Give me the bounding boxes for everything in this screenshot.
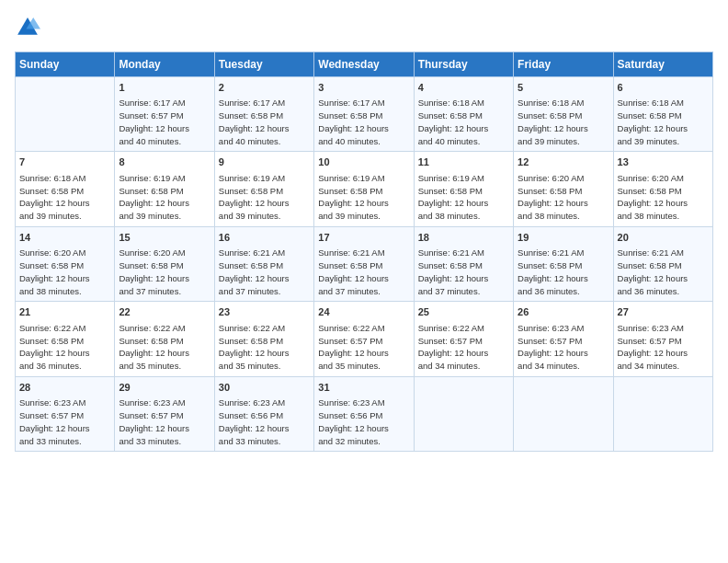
day-number: 25: [418, 305, 509, 319]
day-info: Sunrise: 6:23 AMSunset: 6:57 PMDaylight:…: [19, 396, 110, 447]
calendar-cell: 9Sunrise: 6:19 AMSunset: 6:58 PMDaylight…: [214, 152, 313, 226]
day-info: Sunrise: 6:19 AMSunset: 6:58 PMDaylight:…: [318, 172, 409, 223]
calendar-cell: 21Sunrise: 6:22 AMSunset: 6:58 PMDayligh…: [16, 302, 115, 376]
day-number: 18: [418, 231, 509, 245]
day-number: 13: [618, 155, 709, 169]
day-header-saturday: Saturday: [613, 52, 712, 77]
logo: [15, 15, 44, 40]
calendar-cell: 15Sunrise: 6:20 AMSunset: 6:58 PMDayligh…: [115, 226, 214, 301]
calendar-table: SundayMondayTuesdayWednesdayThursdayFrid…: [15, 52, 713, 452]
calendar-cell: 11Sunrise: 6:19 AMSunset: 6:58 PMDayligh…: [414, 152, 513, 226]
day-info: Sunrise: 6:20 AMSunset: 6:58 PMDaylight:…: [518, 172, 609, 223]
day-info: Sunrise: 6:21 AMSunset: 6:58 PMDaylight:…: [418, 247, 509, 297]
day-number: 26: [518, 305, 609, 319]
day-info: Sunrise: 6:19 AMSunset: 6:58 PMDaylight:…: [219, 172, 310, 223]
day-header-tuesday: Tuesday: [214, 52, 313, 77]
calendar-cell: 1Sunrise: 6:17 AMSunset: 6:57 PMDaylight…: [115, 77, 214, 152]
calendar-week-row: 1Sunrise: 6:17 AMSunset: 6:57 PMDaylight…: [16, 77, 713, 152]
day-info: Sunrise: 6:18 AMSunset: 6:58 PMDaylight:…: [19, 172, 110, 223]
calendar-cell: 23Sunrise: 6:22 AMSunset: 6:58 PMDayligh…: [214, 302, 313, 376]
calendar-cell: 26Sunrise: 6:23 AMSunset: 6:57 PMDayligh…: [514, 302, 613, 376]
day-info: Sunrise: 6:19 AMSunset: 6:58 PMDaylight:…: [119, 172, 210, 223]
calendar-cell: 20Sunrise: 6:21 AMSunset: 6:58 PMDayligh…: [613, 226, 712, 301]
day-info: Sunrise: 6:23 AMSunset: 6:56 PMDaylight:…: [318, 396, 409, 447]
day-number: 1: [119, 81, 210, 95]
day-number: 29: [119, 381, 210, 395]
calendar-cell: 16Sunrise: 6:21 AMSunset: 6:58 PMDayligh…: [214, 226, 313, 301]
calendar-cell: 5Sunrise: 6:18 AMSunset: 6:58 PMDaylight…: [514, 77, 613, 152]
calendar-cell: 7Sunrise: 6:18 AMSunset: 6:58 PMDaylight…: [16, 152, 115, 226]
day-number: 8: [119, 155, 210, 169]
calendar-cell: 14Sunrise: 6:20 AMSunset: 6:58 PMDayligh…: [16, 226, 115, 301]
calendar-cell: 24Sunrise: 6:22 AMSunset: 6:57 PMDayligh…: [314, 302, 414, 376]
day-number: 31: [318, 381, 409, 395]
day-info: Sunrise: 6:20 AMSunset: 6:58 PMDaylight:…: [119, 247, 210, 297]
day-number: 15: [119, 231, 210, 245]
day-number: 7: [19, 155, 110, 169]
day-number: 17: [318, 231, 409, 245]
day-number: 21: [19, 305, 110, 319]
day-number: 23: [219, 305, 310, 319]
day-number: 12: [518, 155, 609, 169]
day-number: 5: [518, 81, 609, 95]
day-info: Sunrise: 6:18 AMSunset: 6:58 PMDaylight:…: [418, 97, 509, 147]
calendar-cell: 2Sunrise: 6:17 AMSunset: 6:58 PMDaylight…: [214, 77, 313, 152]
calendar-week-row: 14Sunrise: 6:20 AMSunset: 6:58 PMDayligh…: [16, 226, 713, 301]
day-info: Sunrise: 6:20 AMSunset: 6:58 PMDaylight:…: [19, 247, 110, 297]
logo-icon: [15, 15, 40, 40]
calendar-header-row: SundayMondayTuesdayWednesdayThursdayFrid…: [16, 52, 713, 77]
day-number: 22: [119, 305, 210, 319]
day-number: 2: [219, 81, 310, 95]
day-info: Sunrise: 6:21 AMSunset: 6:58 PMDaylight:…: [618, 247, 709, 297]
day-info: Sunrise: 6:23 AMSunset: 6:57 PMDaylight:…: [119, 396, 210, 447]
calendar-cell: [414, 376, 513, 451]
calendar-cell: 10Sunrise: 6:19 AMSunset: 6:58 PMDayligh…: [314, 152, 414, 226]
day-header-sunday: Sunday: [16, 52, 115, 77]
day-header-thursday: Thursday: [414, 52, 513, 77]
day-number: 10: [318, 155, 409, 169]
day-number: 4: [418, 81, 509, 95]
page-header: [15, 15, 713, 40]
day-number: 19: [518, 231, 609, 245]
calendar-cell: 18Sunrise: 6:21 AMSunset: 6:58 PMDayligh…: [414, 226, 513, 301]
calendar-cell: 28Sunrise: 6:23 AMSunset: 6:57 PMDayligh…: [16, 376, 115, 451]
calendar-cell: 4Sunrise: 6:18 AMSunset: 6:58 PMDaylight…: [414, 77, 513, 152]
calendar-cell: 25Sunrise: 6:22 AMSunset: 6:57 PMDayligh…: [414, 302, 513, 376]
day-number: 16: [219, 231, 310, 245]
day-info: Sunrise: 6:23 AMSunset: 6:57 PMDaylight:…: [518, 322, 609, 373]
calendar-cell: 17Sunrise: 6:21 AMSunset: 6:58 PMDayligh…: [314, 226, 414, 301]
calendar-cell: 30Sunrise: 6:23 AMSunset: 6:56 PMDayligh…: [214, 376, 313, 451]
calendar-week-row: 21Sunrise: 6:22 AMSunset: 6:58 PMDayligh…: [16, 302, 713, 376]
calendar-cell: 8Sunrise: 6:19 AMSunset: 6:58 PMDaylight…: [115, 152, 214, 226]
day-info: Sunrise: 6:18 AMSunset: 6:58 PMDaylight:…: [518, 97, 609, 147]
day-header-wednesday: Wednesday: [314, 52, 414, 77]
day-info: Sunrise: 6:23 AMSunset: 6:56 PMDaylight:…: [219, 396, 310, 447]
day-info: Sunrise: 6:19 AMSunset: 6:58 PMDaylight:…: [418, 172, 509, 223]
day-header-monday: Monday: [115, 52, 214, 77]
day-info: Sunrise: 6:18 AMSunset: 6:58 PMDaylight:…: [618, 97, 709, 147]
day-number: 28: [19, 381, 110, 395]
day-number: 14: [19, 231, 110, 245]
day-info: Sunrise: 6:17 AMSunset: 6:58 PMDaylight:…: [318, 97, 409, 147]
calendar-cell: 31Sunrise: 6:23 AMSunset: 6:56 PMDayligh…: [314, 376, 414, 451]
day-number: 20: [618, 231, 709, 245]
day-number: 27: [618, 305, 709, 319]
day-info: Sunrise: 6:22 AMSunset: 6:58 PMDaylight:…: [119, 322, 210, 373]
calendar-cell: 3Sunrise: 6:17 AMSunset: 6:58 PMDaylight…: [314, 77, 414, 152]
day-number: 3: [318, 81, 409, 95]
calendar-cell: 22Sunrise: 6:22 AMSunset: 6:58 PMDayligh…: [115, 302, 214, 376]
calendar-cell: [613, 376, 712, 451]
day-number: 24: [318, 305, 409, 319]
calendar-cell: 12Sunrise: 6:20 AMSunset: 6:58 PMDayligh…: [514, 152, 613, 226]
day-info: Sunrise: 6:23 AMSunset: 6:57 PMDaylight:…: [618, 322, 709, 373]
day-info: Sunrise: 6:21 AMSunset: 6:58 PMDaylight:…: [318, 247, 409, 297]
calendar-cell: [514, 376, 613, 451]
day-info: Sunrise: 6:22 AMSunset: 6:58 PMDaylight:…: [19, 322, 110, 373]
calendar-cell: 27Sunrise: 6:23 AMSunset: 6:57 PMDayligh…: [613, 302, 712, 376]
calendar-cell: 13Sunrise: 6:20 AMSunset: 6:58 PMDayligh…: [613, 152, 712, 226]
day-number: 11: [418, 155, 509, 169]
day-info: Sunrise: 6:17 AMSunset: 6:58 PMDaylight:…: [219, 97, 310, 147]
day-number: 9: [219, 155, 310, 169]
day-info: Sunrise: 6:21 AMSunset: 6:58 PMDaylight:…: [518, 247, 609, 297]
day-header-friday: Friday: [514, 52, 613, 77]
